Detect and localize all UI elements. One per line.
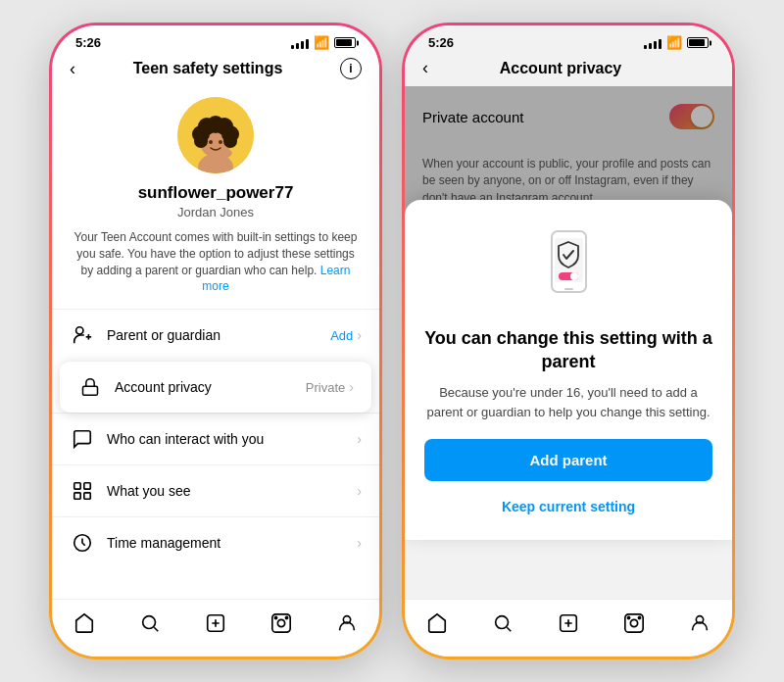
status-icons-left: 📶	[291, 35, 356, 50]
menu-label-interact: Who can interact with you	[107, 431, 357, 447]
chevron-see: ›	[357, 483, 362, 499]
svg-point-12	[219, 140, 222, 144]
username: sunflower_power77	[138, 183, 294, 203]
svg-point-38	[496, 616, 509, 629]
bottom-nav-left	[52, 599, 379, 657]
profile-section: sunflower_power77 Jordan Jones Your Teen…	[52, 87, 379, 309]
menu-label-privacy: Account privacy	[115, 379, 306, 395]
grid-icon	[70, 478, 95, 504]
avatar-image	[177, 97, 254, 173]
signal-icon-right	[644, 37, 662, 49]
menu-item-parent[interactable]: Parent or guardian Add ›	[52, 309, 379, 361]
svg-point-44	[630, 619, 637, 626]
battery-icon	[334, 37, 356, 48]
svg-rect-18	[74, 483, 80, 489]
svg-point-14	[76, 327, 83, 334]
modal-title: You can change this setting with a paren…	[424, 327, 712, 373]
menu-right-privacy: Private ›	[306, 379, 354, 395]
nav-profile-left[interactable]	[327, 609, 367, 637]
modal-description: Because you're under 16, you'll need to …	[424, 383, 712, 421]
menu-label-see: What you see	[107, 483, 357, 499]
svg-rect-21	[84, 493, 90, 499]
nav-home-right[interactable]	[417, 609, 457, 637]
svg-point-23	[143, 616, 156, 629]
back-button-right[interactable]: ‹	[422, 58, 428, 78]
nav-search-right[interactable]	[483, 609, 522, 637]
svg-point-30	[274, 616, 276, 618]
bottom-nav-right	[405, 599, 732, 657]
svg-point-46	[638, 616, 640, 618]
menu-item-account-privacy[interactable]: Account privacy Private ›	[60, 361, 371, 413]
chat-icon	[70, 426, 95, 452]
status-icons-right: 📶	[644, 35, 709, 50]
back-button-left[interactable]: ‹	[70, 59, 75, 79]
menu-item-see[interactable]: What you see ›	[52, 464, 379, 516]
keep-setting-button[interactable]: Keep current setting	[496, 493, 641, 520]
modal-illustration	[529, 223, 608, 312]
svg-rect-20	[74, 493, 80, 499]
clock-icon	[70, 530, 95, 556]
right-phone: 5:26 📶 ‹ Account privacy	[402, 23, 735, 659]
left-phone: 5:26 📶 ‹ Teen safety set	[49, 23, 382, 659]
time-right: 5:26	[428, 35, 454, 50]
modal-overlay: You can change this setting with a paren…	[405, 86, 732, 540]
nav-home-left[interactable]	[65, 609, 104, 637]
svg-point-10	[194, 134, 208, 148]
menu-item-interact[interactable]: Who can interact with you ›	[52, 413, 379, 464]
modal-card: You can change this setting with a paren…	[405, 200, 732, 540]
nav-bar-right: ‹ Account privacy	[405, 54, 732, 86]
wifi-icon-right: 📶	[666, 35, 682, 50]
chevron-interact: ›	[357, 431, 362, 447]
status-bar-left: 5:26 📶	[52, 25, 379, 54]
info-button-left[interactable]: i	[340, 58, 362, 79]
svg-point-31	[285, 616, 287, 618]
nav-title-left: Teen safety settings	[133, 60, 283, 77]
real-name: Jordan Jones	[177, 205, 254, 219]
profile-description: Your Teen Account comes with built-in se…	[72, 229, 360, 295]
svg-line-24	[154, 627, 158, 631]
menu-right-parent: Add ›	[330, 327, 362, 343]
svg-point-29	[277, 619, 284, 626]
person-add-icon	[70, 322, 95, 348]
svg-rect-17	[83, 386, 98, 395]
chevron-time: ›	[357, 535, 362, 551]
avatar	[177, 97, 254, 173]
menu-label-parent: Parent or guardian	[107, 327, 330, 343]
lock-icon	[77, 374, 103, 400]
svg-point-9	[223, 134, 237, 148]
nav-reels-right[interactable]	[614, 609, 654, 637]
svg-rect-19	[84, 483, 90, 489]
privacy-content-area: Private account When your account is pub…	[405, 86, 732, 599]
svg-line-39	[507, 627, 511, 631]
svg-point-11	[209, 140, 213, 144]
nav-reels-left[interactable]	[262, 609, 301, 637]
nav-profile-right[interactable]	[680, 609, 719, 637]
nav-add-right[interactable]	[549, 609, 588, 637]
nav-bar-left: ‹ Teen safety settings i	[52, 54, 379, 87]
nav-search-left[interactable]	[130, 609, 170, 637]
nav-add-left[interactable]	[196, 609, 235, 637]
nav-title-right: Account privacy	[500, 60, 621, 77]
signal-icon	[291, 37, 309, 49]
svg-rect-37	[564, 288, 573, 290]
add-parent-button[interactable]: Add parent	[424, 439, 712, 481]
status-bar-right: 5:26 📶	[405, 25, 732, 54]
menu-label-time: Time management	[107, 535, 357, 551]
menu-section: Parent or guardian Add › Account priva	[52, 309, 379, 599]
time-left: 5:26	[75, 35, 101, 50]
wifi-icon: 📶	[314, 35, 329, 50]
menu-item-time[interactable]: Time management ›	[52, 516, 379, 568]
svg-point-36	[570, 272, 578, 280]
svg-point-45	[627, 616, 629, 618]
battery-icon-right	[687, 37, 709, 48]
